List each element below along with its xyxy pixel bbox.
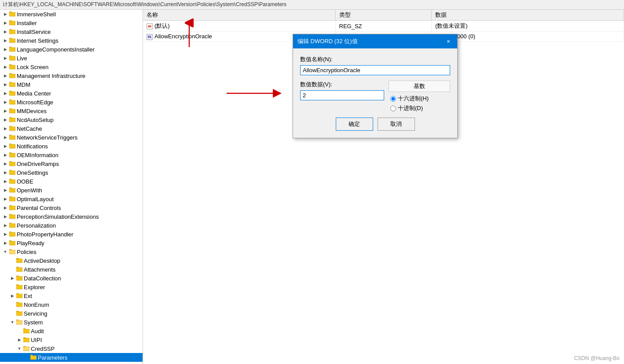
tree-label: MicrosoftEdge	[17, 99, 53, 106]
tree-label: Servicing	[24, 310, 47, 317]
tree-item-installservice[interactable]: ▶InstallService	[0, 27, 143, 36]
tree-item-mmdevices[interactable]: ▶MMDevices	[0, 107, 143, 115]
cancel-button[interactable]: 取消	[378, 118, 415, 131]
tree-label: ImmersiveShell	[17, 11, 56, 18]
tree-item-datacollection[interactable]: ▶DataCollection	[0, 274, 143, 283]
tree-item-languagecomponentsinstaller[interactable]: ▶LanguageComponentsInstaller	[0, 45, 143, 54]
folder-icon	[9, 134, 16, 141]
tree-item-notifications[interactable]: ▶Notifications	[0, 142, 143, 151]
tree-item-oobe[interactable]: ▶OOBE	[0, 177, 143, 186]
tree-item-internetsettings[interactable]: ▶Internet Settings	[0, 36, 143, 45]
tree-item-lockscreen[interactable]: ▶Lock Screen	[0, 63, 143, 71]
dialog-name-input[interactable]	[300, 65, 450, 75]
dialog-close-button[interactable]: ×	[444, 37, 453, 46]
svg-rect-39	[9, 180, 15, 184]
folder-icon	[9, 178, 16, 185]
tree-item-onesettings[interactable]: ▶OneSettings	[0, 168, 143, 177]
tree-item-credssp[interactable]: ▼CredSSP	[0, 344, 143, 353]
folder-icon	[9, 222, 16, 229]
tree-item-netcache[interactable]: ▶NetCache	[0, 124, 143, 133]
tree-label: PlayReady	[17, 240, 44, 246]
folder-icon	[9, 195, 16, 202]
folder-icon	[9, 151, 16, 158]
tree-item-optimallayout[interactable]: ▶OptimalLayout	[0, 195, 143, 203]
tree-panel[interactable]: ▶ImmersiveShell▶Installer▶InstallService…	[0, 10, 143, 364]
tree-label: Installer	[17, 20, 37, 26]
tree-item-uipi[interactable]: ▶UIPI	[0, 335, 143, 344]
folder-icon	[9, 72, 16, 79]
tree-item-audit[interactable]: Audit	[0, 327, 143, 335]
tree-item-microsoftedge[interactable]: ▶MicrosoftEdge	[0, 98, 143, 107]
tree-item-ncdautosetup[interactable]: ▶NcdAutoSetup	[0, 115, 143, 124]
dialog-titlebar: 编辑 DWORD (32 位)值 ×	[293, 34, 457, 48]
tree-item-mdm[interactable]: ▶MDM	[0, 80, 143, 89]
svg-rect-9	[9, 48, 15, 51]
folder-icon	[9, 11, 16, 18]
folder-icon	[9, 125, 16, 132]
radio-dec[interactable]	[390, 106, 396, 111]
dialog-title: 编辑 DWORD (32 位)值	[297, 37, 358, 45]
tree-arrow: ▶	[2, 46, 9, 53]
tree-label: NetworkServiceTriggers	[17, 134, 77, 141]
tree-arrow: ▶	[9, 292, 16, 299]
tree-label: NetCache	[17, 125, 42, 132]
tree-item-playready[interactable]: ▶PlayReady	[0, 239, 143, 247]
tree-label: Live	[17, 55, 27, 62]
tree-label: Internet Settings	[17, 37, 59, 44]
tree-item-policies[interactable]: ▼Policies	[0, 247, 143, 256]
folder-icon	[9, 90, 16, 97]
tree-item-servicing[interactable]: Servicing	[0, 309, 143, 318]
tree-item-parameters[interactable]: Parameters	[0, 353, 143, 362]
tree-label: MDM	[17, 81, 30, 88]
tree-label: System	[24, 319, 43, 326]
tree-item-oeminformation[interactable]: ▶OEMInformation	[0, 151, 143, 159]
tree-item-openwith[interactable]: ▶OpenWith	[0, 186, 143, 195]
tree-item-nonenum[interactable]: NonEnum	[0, 300, 143, 309]
tree-label: LanguageComponentsInstaller	[17, 46, 95, 53]
tree-arrow: ▶	[2, 72, 9, 79]
tree-arrow: ▶	[2, 169, 9, 176]
tree-item-perceptionsimulationextensions[interactable]: ▶PerceptionSimulationExtensions	[0, 212, 143, 221]
table-row[interactable]: ab(默认)REG_SZ(数值未设置)	[143, 21, 624, 32]
folder-icon	[9, 187, 16, 194]
radio-hex[interactable]	[390, 96, 396, 102]
tree-item-explorer[interactable]: Explorer	[0, 283, 143, 291]
tree-item-mediacenter[interactable]: ▶Media Center	[0, 89, 143, 98]
tree-item-onedriveramps[interactable]: ▶OneDriveRamps	[0, 159, 143, 168]
tree-item-attachments[interactable]: Attachments	[0, 265, 143, 274]
tree-arrow: ▶	[2, 81, 9, 88]
tree-arrow: ▶	[2, 107, 9, 114]
radio-hex-label[interactable]: 十六进制(H)	[390, 95, 450, 103]
svg-rect-41	[9, 188, 15, 192]
folder-icon	[23, 345, 30, 352]
tree-item-immersiveshell[interactable]: ▶ImmersiveShell	[0, 10, 143, 18]
tree-arrow: ▶	[2, 55, 9, 62]
tree-item-parentalcontrols[interactable]: ▶Parental Controls	[0, 203, 143, 212]
tree-item-personalization[interactable]: ▶Personalization	[0, 221, 143, 230]
tree-arrow: ▼	[9, 319, 16, 326]
tree-item-ext[interactable]: ▶Ext	[0, 291, 143, 300]
main-layout: ▶ImmersiveShell▶Installer▶InstallService…	[0, 10, 624, 364]
svg-rect-5	[9, 30, 15, 34]
dialog-data-input[interactable]	[300, 90, 384, 100]
svg-rect-29	[9, 136, 15, 140]
tree-label: OneDriveRamps	[17, 161, 59, 167]
tree-item-photopropertyhandler[interactable]: ▶PhotoPropertyHandler	[0, 230, 143, 239]
dialog-buttons: 确定 取消	[300, 118, 450, 131]
folder-icon	[9, 204, 16, 211]
tree-item-activedesktop[interactable]: ActiveDesktop	[0, 256, 143, 265]
ok-button[interactable]: 确定	[336, 118, 373, 131]
tree-item-system[interactable]: ▼System	[0, 318, 143, 327]
folder-icon	[9, 116, 16, 123]
folder-icon	[16, 319, 23, 326]
tree-item-live[interactable]: ▶Live	[0, 54, 143, 63]
tree-item-installer[interactable]: ▶Installer	[0, 18, 143, 27]
tree-item-managementinfrastructure[interactable]: ▶Management Infrastructure	[0, 71, 143, 80]
tree-arrow: ▶	[2, 37, 9, 44]
tree-arrow: ▶	[2, 239, 9, 246]
radio-dec-label[interactable]: 十进制(D)	[390, 104, 450, 112]
tree-item-networkservicetriggers[interactable]: ▶NetworkServiceTriggers	[0, 133, 143, 142]
svg-rect-61	[16, 276, 22, 280]
tree-label: DataCollection	[24, 275, 61, 282]
svg-rect-1	[9, 12, 15, 16]
